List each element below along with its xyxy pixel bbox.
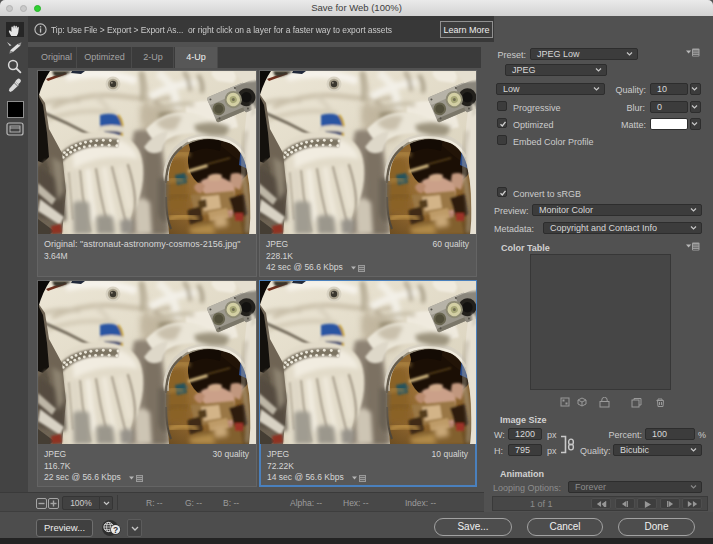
svg-text:?: ? <box>113 525 118 535</box>
